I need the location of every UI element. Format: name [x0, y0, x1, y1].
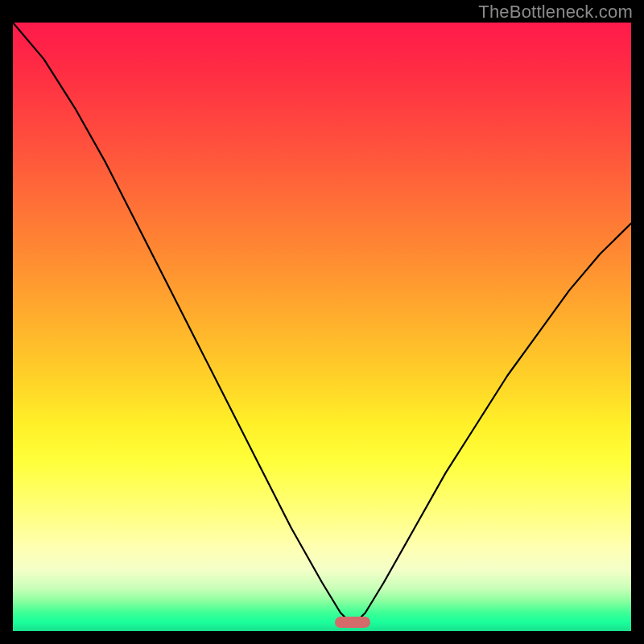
watermark-text: TheBottleneck.com	[478, 2, 633, 23]
chart-curve-layer	[13, 23, 631, 631]
bottleneck-curve-line	[13, 23, 631, 625]
chart-plot-area	[13, 23, 631, 631]
page-root: TheBottleneck.com	[0, 0, 644, 644]
chart-container	[13, 23, 631, 631]
optimum-marker	[335, 617, 370, 628]
